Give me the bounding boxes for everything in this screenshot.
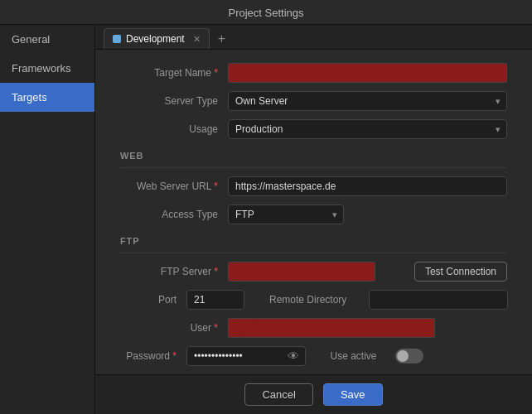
port-label: Port — [120, 294, 186, 306]
ftp-server-input[interactable] — [228, 262, 375, 282]
usage-row: Usage Production — [120, 119, 507, 139]
remote-directory-label: Remote Directory — [261, 294, 369, 306]
save-button[interactable]: Save — [323, 383, 383, 406]
password-col: Password 👁 — [120, 346, 306, 366]
test-connection-button[interactable]: Test Connection — [414, 262, 507, 282]
sidebar-item-targets[interactable]: Targets — [0, 83, 94, 112]
sidebar-item-frameworks[interactable]: Frameworks — [0, 54, 94, 83]
target-name-label: Target Name — [120, 67, 228, 79]
access-type-label: Access Type — [120, 209, 228, 220]
remote-directory-col: Remote Directory — [261, 290, 508, 310]
tab-close-button[interactable]: ✕ — [193, 34, 201, 45]
web-divider — [120, 167, 507, 168]
tab-indicator — [113, 35, 121, 43]
password-useactive-row: Password 👁 Use active — [120, 346, 507, 366]
access-type-select[interactable]: FTP — [228, 205, 344, 224]
cancel-button[interactable]: Cancel — [244, 383, 312, 406]
tab-development[interactable]: Development ✕ — [104, 28, 210, 49]
tab-add-button[interactable]: + — [213, 32, 230, 46]
password-label: Password — [120, 350, 186, 362]
ftp-section-heading: FTP — [120, 236, 507, 246]
usage-select-wrapper: Production — [228, 119, 507, 139]
footer: Cancel Save — [95, 374, 532, 414]
sidebar: General Frameworks Targets — [0, 25, 95, 414]
ftp-server-row: FTP Server Test Connection — [120, 262, 507, 282]
ftp-divider — [120, 253, 507, 253]
user-label: User — [120, 322, 228, 334]
use-active-label: Use active — [322, 350, 387, 362]
remote-directory-input[interactable] — [369, 290, 508, 310]
target-name-row: Target Name — [120, 63, 507, 83]
usage-select[interactable]: Production — [228, 119, 507, 139]
web-server-url-row: Web Server URL — [120, 176, 507, 196]
content-area: Development ✕ + Target Name Server Type … — [95, 25, 532, 414]
dialog-title: Project Settings — [0, 0, 532, 25]
form-area: Target Name Server Type Own Server Usage… — [95, 50, 532, 374]
usage-label: Usage — [120, 123, 228, 135]
server-type-row: Server Type Own Server — [120, 91, 507, 111]
access-type-row: Access Type FTP — [120, 205, 507, 224]
password-wrapper: 👁 — [186, 346, 306, 366]
use-active-toggle[interactable] — [395, 349, 423, 363]
user-row: User — [120, 318, 507, 338]
tab-label: Development — [126, 33, 185, 45]
access-type-select-wrapper: FTP — [228, 205, 344, 224]
web-server-url-input[interactable] — [228, 176, 507, 196]
toggle-slider — [395, 349, 423, 363]
use-active-col: Use active — [322, 349, 508, 363]
server-type-label: Server Type — [120, 95, 228, 107]
server-type-select[interactable]: Own Server — [228, 91, 507, 111]
tab-bar: Development ✕ + — [95, 25, 532, 50]
main-layout: General Frameworks Targets Development ✕… — [0, 25, 532, 414]
web-server-url-label: Web Server URL — [120, 181, 228, 192]
sidebar-item-general[interactable]: General — [0, 25, 94, 54]
ftp-server-label: FTP Server — [120, 266, 228, 277]
port-remote-row: Port Remote Directory — [120, 290, 507, 310]
password-toggle-icon[interactable]: 👁 — [288, 349, 299, 363]
server-type-select-wrapper: Own Server — [228, 91, 507, 111]
target-name-input[interactable] — [228, 63, 507, 83]
user-input[interactable] — [228, 318, 435, 338]
port-input[interactable] — [186, 290, 244, 310]
web-section-heading: WEB — [120, 151, 507, 161]
port-col: Port — [120, 290, 244, 310]
